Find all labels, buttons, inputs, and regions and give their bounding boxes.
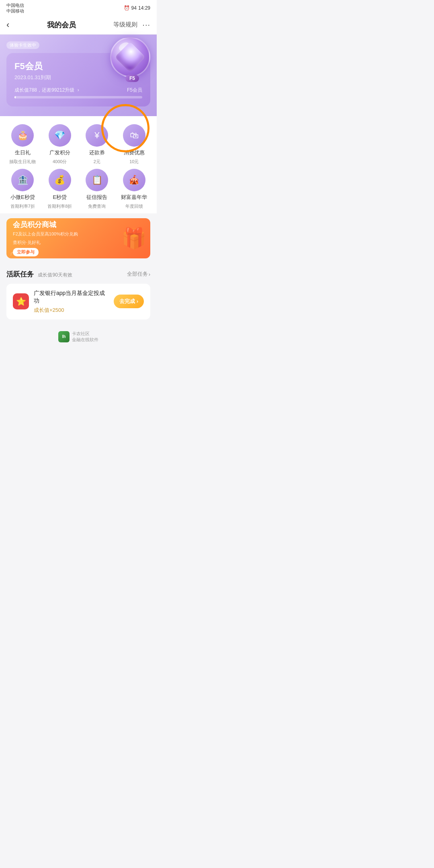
brand-icon-text: Ih (62, 334, 66, 339)
gem-inner (115, 41, 145, 72)
benefit-item-4[interactable]: 🏦 小微E秒贷 首期利率7折 (4, 169, 41, 209)
benefit-value-1: 4000分 (53, 159, 67, 165)
benefit-icon-5: 💰 (49, 169, 71, 191)
benefit-icon-2: ¥ (86, 124, 108, 147)
benefit-icon-1: 💎 (49, 124, 71, 147)
growth-row: 成长值788，还差99212升级 › F5会员 (14, 87, 142, 94)
alarm-icon: ⏰ (124, 5, 130, 11)
benefit-value-3: 10元 (129, 159, 139, 165)
benefit-icon-6: 📋 (86, 169, 108, 191)
back-button[interactable]: ‹ (6, 20, 9, 30)
progress-fill (14, 96, 16, 98)
banner-decoration: 🎁 (121, 227, 146, 250)
banner-ad-label: 广告 (10, 252, 18, 257)
banner-section: 会员积分商城 F2及以上会员至高100%积分兑购 查积分·兑好礼 立即参与 🎁 … (0, 213, 157, 263)
benefit-name-2: 还款券 (89, 149, 105, 156)
carrier2-label: 中国移动 (6, 8, 24, 14)
benefit-name-7: 财富嘉年华 (121, 194, 147, 201)
brand-area: Ih 卡农社区 金融在线软件 (58, 331, 98, 343)
benefit-item-2[interactable]: ¥ 还款券 2元 (78, 124, 116, 165)
carrier1-label: 中国电信 (6, 2, 24, 8)
status-bar: 中国电信 中国移动 ⏰ 94 14:29 (0, 0, 157, 16)
benefit-name-5: E秒贷 (53, 194, 67, 201)
benefit-icon-7: 🎪 (123, 169, 145, 191)
battery-label: 94 (131, 5, 137, 11)
brand-text-group: 卡农社区 金融在线软件 (72, 331, 98, 343)
task-action-button[interactable]: 去完成 › (114, 295, 144, 308)
brand-subtext: 金融在线软件 (72, 337, 98, 343)
level-rule-button[interactable]: 等级规则 (113, 21, 137, 29)
task-section: 活跃任务 成长值90天有效 全部任务 › ⭐ 广发银行app当月基金定投成功 成… (0, 263, 157, 319)
gem-container: F5 (110, 37, 154, 81)
f5-label: F5会员 (127, 87, 142, 94)
benefits-grid: 🎂 生日礼 抽取生日礼物 💎 广发积分 4000分 ¥ 还款券 2元 🛍 消费优… (4, 124, 153, 209)
benefit-item-7[interactable]: 🎪 财富嘉年华 年度回馈 (116, 169, 153, 209)
growth-text: 成长值788，还差99212升级 › (14, 87, 79, 94)
benefits-section: 🎂 生日礼 抽取生日礼物 💎 广发积分 4000分 ¥ 还款券 2元 🛍 消费优… (0, 116, 157, 213)
benefit-name-3: 消费优惠 (124, 149, 145, 156)
benefit-value-2: 2元 (94, 159, 100, 165)
nav-right-actions: 等级规则 ··· (113, 20, 150, 29)
task-reward: 成长值+2500 (34, 307, 109, 314)
benefit-value-4: 首期利率7折 (10, 203, 35, 209)
benefit-item-3[interactable]: 🛍 消费优惠 10元 (116, 124, 153, 165)
task-section-title: 活跃任务 (6, 270, 34, 278)
benefit-item-0[interactable]: 🎂 生日礼 抽取生日礼物 (4, 124, 41, 165)
banner[interactable]: 会员积分商城 F2及以上会员至高100%积分兑购 查积分·兑好礼 立即参与 🎁 … (6, 218, 150, 258)
progress-bar (14, 96, 142, 98)
page-title: 我的会员 (47, 20, 76, 30)
brand-icon: Ih (58, 331, 70, 342)
time-label: 14:29 (138, 5, 150, 11)
benefit-name-1: 广发积分 (49, 149, 70, 156)
benefit-icon-3: 🛍 (123, 124, 145, 147)
benefit-value-7: 年度回馈 (125, 203, 143, 209)
status-right: ⏰ 94 14:29 (124, 5, 150, 11)
benefit-icon-0: 🎂 (11, 124, 34, 147)
level-gem (110, 37, 150, 77)
benefit-name-4: 小微E秒贷 (10, 194, 35, 201)
benefit-item-6[interactable]: 📋 征信报告 免费查询 (78, 169, 116, 209)
benefit-name-6: 征信报告 (86, 194, 107, 201)
benefit-value-6: 免费查询 (88, 203, 106, 209)
carrier-info: 中国电信 中国移动 (6, 2, 24, 14)
benefit-item-1[interactable]: 💎 广发积分 4000分 (41, 124, 79, 165)
trial-badge: 体验卡生效中 (6, 41, 39, 49)
all-tasks-button[interactable]: 全部任务 › (127, 270, 150, 278)
member-card-area: 体验卡生效中 F5 F5会员 2023.01.31到期 成长值788，还差992… (0, 35, 157, 116)
gem-level-label: F5 (125, 75, 139, 82)
benefit-value-0: 抽取生日礼物 (9, 159, 36, 165)
more-menu-button[interactable]: ··· (142, 20, 150, 29)
benefit-item-5[interactable]: 💰 E秒贷 首期利率8折 (41, 169, 79, 209)
brand-name: 卡农社区 (72, 331, 98, 337)
benefit-value-5: 首期利率8折 (47, 203, 72, 209)
task-name: 广发银行app当月基金定投成功 (34, 289, 109, 305)
benefit-icon-4: 🏦 (11, 169, 34, 191)
task-header: 活跃任务 成长值90天有效 全部任务 › (6, 270, 150, 279)
nav-bar: ‹ 我的会员 等级规则 ··· (0, 16, 157, 35)
growth-arrow[interactable]: › (78, 87, 79, 93)
member-card: F5 F5会员 2023.01.31到期 成长值788，还差99212升级 › … (6, 53, 150, 106)
task-star-icon: ⭐ (13, 293, 29, 309)
benefit-name-0: 生日礼 (15, 149, 31, 156)
task-info: 广发银行app当月基金定投成功 成长值+2500 (34, 289, 109, 314)
task-subtitle: 成长值90天有效 (38, 272, 72, 278)
task-item[interactable]: ⭐ 广发银行app当月基金定投成功 成长值+2500 去完成 › (6, 284, 150, 319)
task-title-group: 活跃任务 成长值90天有效 (6, 270, 72, 279)
bottom-bar: Ih 卡农社区 金融在线软件 (0, 328, 157, 346)
